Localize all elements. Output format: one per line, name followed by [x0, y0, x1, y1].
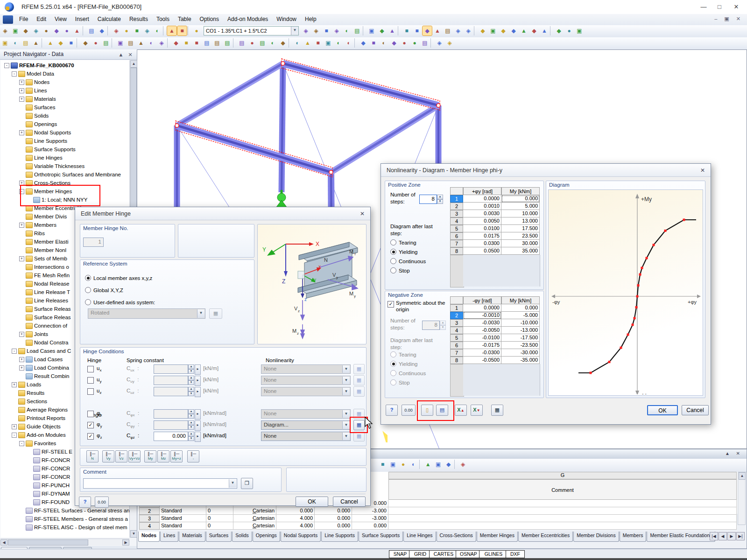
nav-back-icon[interactable]: ◈	[301, 26, 310, 35]
fx-icon[interactable]: ▣	[434, 460, 443, 469]
table-cell[interactable]: Standard	[160, 507, 206, 515]
spin-down-icon[interactable]: ▼	[188, 392, 194, 396]
scroll-right-icon[interactable]: ▶	[122, 539, 129, 546]
sheet-tab-openings[interactable]: Openings	[253, 532, 280, 542]
expand-icon[interactable]: +	[19, 365, 24, 371]
load-point-icon[interactable]: ■	[182, 38, 191, 48]
module-export-icon[interactable]: ●	[564, 26, 574, 35]
pos-steps-down[interactable]: ▼	[437, 199, 443, 204]
table-cell[interactable]: Standard	[160, 515, 206, 522]
new-doc-icon[interactable]: ◈	[0, 26, 10, 35]
table-cell[interactable]: 23.500	[501, 232, 540, 240]
status-toggle-dxf[interactable]: DXF	[506, 550, 525, 558]
row-number[interactable]: 3	[450, 319, 463, 327]
excel-icon[interactable]: ●	[399, 460, 408, 469]
cancel-button[interactable]: Cancel	[333, 497, 366, 507]
view-z-icon[interactable]: ▣	[324, 38, 333, 48]
table-cell[interactable]: -0.0175	[463, 342, 501, 349]
surface-blue-icon[interactable]: ▣	[116, 38, 125, 48]
neg-steps-down[interactable]: ▼	[440, 325, 446, 330]
tree-item-nodal-supports[interactable]: +Nodal Supports	[0, 128, 129, 137]
pin-icon[interactable]: ▲	[725, 451, 730, 456]
close-icon[interactable]: ✕	[728, 2, 744, 12]
table-cell[interactable]: -23.500	[501, 342, 540, 349]
load-solid-icon[interactable]: ▤	[212, 38, 222, 48]
spin-up-icon[interactable]: ▲	[188, 432, 194, 436]
mirror-node-icon[interactable]: ▤	[443, 26, 452, 35]
checkbox-uy[interactable]	[87, 377, 94, 384]
tree-item-orthotropic-surfaces-and-membrane[interactable]: Orthotropic Surfaces and Membrane	[0, 170, 129, 179]
comment-cell[interactable]	[388, 515, 737, 522]
table-cell[interactable]: 0.0175	[463, 232, 501, 240]
values-xx-icon[interactable]: ◈	[332, 26, 341, 35]
edit-polyline-icon[interactable]: ◈	[112, 26, 121, 35]
row-number[interactable]: 5	[450, 334, 463, 342]
copy-box-icon[interactable]: ◈	[157, 38, 166, 48]
tree-item-variable-thicknesses[interactable]: Variable Thicknesses	[0, 162, 129, 170]
list-view-icon[interactable]: ▤	[420, 38, 430, 48]
clipboard-gear-icon[interactable]: ◆	[529, 26, 539, 35]
nonlinearity-combo-uy[interactable]: None▼	[261, 376, 351, 385]
table-cell[interactable]: 4.000	[276, 522, 315, 530]
sheet-tab-member-hinges[interactable]: Member Hinges	[477, 532, 518, 542]
load-generate-icon[interactable]: ▤	[223, 38, 232, 48]
menu-options[interactable]: Options	[196, 14, 223, 24]
menu-insert[interactable]: Insert	[71, 14, 93, 24]
polyline-icon[interactable]: ▲	[31, 38, 41, 48]
row-number[interactable]: 7	[450, 240, 463, 247]
checkbox-ux[interactable]	[87, 366, 94, 372]
row-number[interactable]: 6	[450, 232, 463, 240]
table-cell[interactable]: 0.000	[501, 195, 540, 203]
view-y-icon[interactable]: ■	[313, 38, 323, 48]
edit-nonlinearity-button-ux[interactable]: ▦	[353, 364, 365, 374]
expand-icon[interactable]: +	[19, 97, 24, 102]
navigator-hscrollbar[interactable]: ◀ ▶	[0, 539, 129, 546]
row-number[interactable]: 4	[450, 217, 463, 225]
pin-result-icon[interactable]: ◐	[342, 26, 352, 35]
row-number[interactable]: 5	[450, 225, 463, 232]
expand-icon[interactable]: +	[19, 181, 24, 186]
pencil-view-icon[interactable]: ◐	[344, 38, 353, 48]
percent-icon[interactable]: ◐	[334, 38, 343, 48]
hand-mesh-icon[interactable]: ■	[402, 26, 411, 35]
scroll-down-icon[interactable]: ▼	[130, 530, 137, 538]
collapse-icon[interactable]: -	[12, 433, 17, 438]
zoom-out-icon[interactable]: ▤	[258, 38, 267, 48]
view-x-icon[interactable]: ▲	[303, 38, 312, 48]
table-cell[interactable]: 17.500	[501, 225, 540, 232]
row-number[interactable]: 7	[450, 349, 463, 357]
tree-item-rf-steel-aisc-design-of-steel-mem[interactable]: RF-STEEL AISC - Design of steel mem	[0, 523, 129, 532]
expand-icon[interactable]: +	[19, 130, 24, 135]
fx-delete-icon[interactable]: ◆	[444, 460, 453, 469]
table-view-icon[interactable]: ▲	[167, 26, 176, 35]
row-number[interactable]: 2	[450, 203, 463, 210]
expand-icon[interactable]: +	[19, 332, 24, 337]
module-update-icon[interactable]: ▣	[575, 26, 584, 35]
menu-table[interactable]: Table	[174, 14, 196, 24]
sheet-tab-member-divisions[interactable]: Member Divisions	[573, 532, 619, 542]
rotated-combo[interactable]: Rotated▼	[88, 308, 205, 319]
quick-hinge-button-vy[interactable]: ∥─Vy	[102, 450, 114, 462]
table-cell[interactable]: 0	[206, 522, 233, 530]
table-cell[interactable]: 10.000	[501, 210, 540, 217]
detail-arrow-button[interactable]: ▸	[195, 432, 201, 442]
row-header[interactable]: 4	[139, 522, 160, 530]
solid-gray-icon[interactable]: ◐	[147, 38, 156, 48]
table-cell[interactable]: -0.0030	[463, 319, 501, 327]
table-cell[interactable]: 0.000	[352, 522, 388, 530]
table-cell[interactable]: -0.0050	[463, 327, 501, 334]
load-area-icon[interactable]: ▤	[202, 38, 211, 48]
menu-results[interactable]: Results	[125, 14, 152, 24]
percent-settings-icon[interactable]: ◈	[435, 38, 444, 48]
scroll-up-icon[interactable]: ▲	[130, 60, 137, 68]
row-number[interactable]: 4	[450, 327, 463, 334]
open-diagram-icon[interactable]: ▯	[421, 405, 433, 416]
units-button[interactable]: 0.00	[95, 497, 109, 508]
sheet-tab-nodal-supports[interactable]: Nodal Supports	[281, 532, 321, 542]
radio-local-axes[interactable]: Local member axes x,y,z	[85, 275, 152, 281]
pos-steps-up[interactable]: ▲	[437, 195, 443, 199]
expand-icon[interactable]: +	[12, 424, 17, 429]
table-cell[interactable]: -0.0300	[463, 349, 501, 357]
radio-stop[interactable]: Stop	[390, 267, 410, 274]
line-dim-icon[interactable]: ◐	[11, 38, 20, 48]
